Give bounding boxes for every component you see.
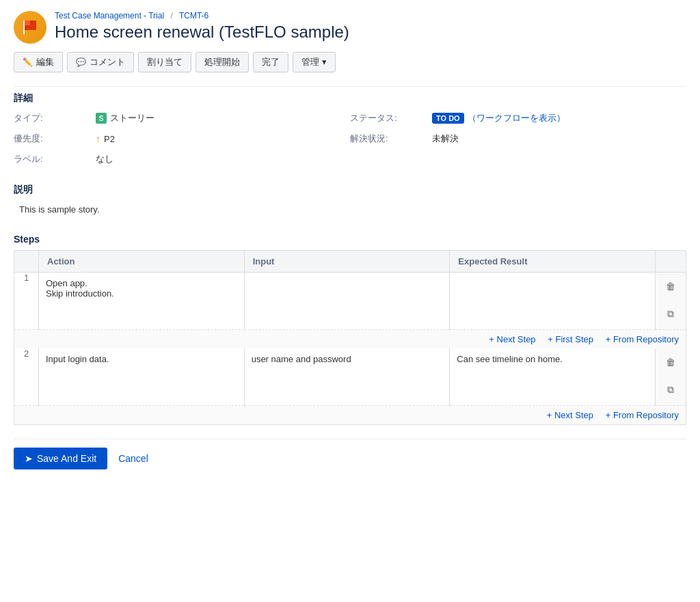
page-title: Home screen renewal (TestFLO sample) (55, 23, 686, 42)
step-1-from-repo-link[interactable]: From Repository (606, 334, 679, 344)
status-badge: TO DO (432, 113, 464, 124)
story-icon: S (96, 113, 107, 124)
breadcrumb-separator: / (170, 11, 172, 20)
comment-button[interactable]: コメント (67, 52, 134, 72)
type-value: S ストーリー (96, 110, 350, 126)
step-1-action-input[interactable]: Open app. Skip introduction. (39, 273, 244, 327)
step-2-next-step-link[interactable]: Next Step (547, 410, 593, 420)
step-2-num: 2 (14, 348, 39, 406)
steps-table-header: Action Input Expected Result (14, 251, 686, 273)
steps-table-body: 1 Open app. Skip introduction. 🗑 ⧉ (14, 273, 686, 425)
steps-table: Action Input Expected Result 1 Open app.… (14, 250, 686, 425)
resolution-value: 未解決 (432, 131, 686, 147)
step-1-next-step-link[interactable]: Next Step (489, 334, 535, 344)
type-label: タイプ: (14, 110, 96, 126)
breadcrumb-issue-key[interactable]: TCMT-6 (179, 11, 208, 20)
header-text: Test Case Management - Trial / TCMT-6 Ho… (55, 11, 686, 42)
cancel-button[interactable]: Cancel (116, 448, 151, 469)
save-button-label: Save And Exit (37, 453, 96, 464)
page-container: Test Case Management - Trial / TCMT-6 Ho… (0, 0, 700, 602)
step-2-action-cell: Input login data. (39, 348, 245, 406)
step-2-action-bar: Next Step From Repository (14, 406, 686, 425)
start-button[interactable]: 処理開始 (196, 52, 249, 72)
header-area: Test Case Management - Trial / TCMT-6 Ho… (14, 11, 686, 44)
details-section-title: 詳細 (14, 92, 686, 105)
step-1-first-step-link[interactable]: First Step (548, 334, 593, 344)
description-section-title: 説明 (14, 184, 686, 196)
step-1-copy-button[interactable]: ⧉ (656, 300, 686, 327)
breadcrumb: Test Case Management - Trial / TCMT-6 (55, 11, 686, 20)
step-2-delete-button[interactable]: 🗑 (656, 348, 686, 376)
col-num (14, 251, 39, 273)
step-2-action-bar-cell: Next Step From Repository (14, 406, 686, 425)
done-button[interactable]: 完了 (253, 52, 288, 72)
save-and-exit-button[interactable]: ➤ Save And Exit (14, 448, 107, 469)
step-1-num: 1 (14, 273, 39, 330)
step-2-copy-button[interactable]: ⧉ (656, 376, 686, 403)
step-2-actions: 🗑 ⧉ (656, 348, 686, 406)
svg-rect-1 (24, 20, 30, 25)
label-value: なし (96, 151, 350, 167)
status-value: TO DO （ワークフローを表示） (432, 110, 686, 126)
type-value-text: ストーリー (110, 112, 154, 124)
workflow-link[interactable]: （ワークフローを表示） (468, 112, 565, 124)
priority-icon: ↑ (96, 133, 100, 144)
status-label: ステータス: (350, 110, 432, 126)
steps-section-title: Steps (14, 234, 686, 245)
priority-value-text: P2 (104, 134, 115, 144)
description-section: 説明 This is sample story. (14, 184, 686, 217)
step-2-expected-input[interactable]: Can see timeline on home. (450, 348, 655, 403)
step-1-expected-input[interactable] (450, 273, 655, 327)
step-1-input-input[interactable] (245, 273, 450, 327)
step-1-expected-cell (450, 273, 656, 330)
step-2-input-input[interactable]: user name and password (245, 348, 450, 403)
table-row: 2 Input login data. user name and passwo… (14, 348, 686, 406)
col-actions (656, 251, 686, 273)
step-1-delete-button[interactable]: 🗑 (656, 273, 686, 300)
details-section: 詳細 タイプ: S ストーリー ステータス: TO DO （ワークフローを表示）… (14, 92, 686, 167)
assign-button[interactable]: 割り当て (138, 52, 191, 72)
label-label: ラベル: (14, 151, 96, 167)
step-2-from-repo-link[interactable]: From Repository (606, 410, 679, 420)
step-2-action-input[interactable]: Input login data. (39, 348, 244, 403)
save-arrow-icon: ➤ (25, 453, 33, 464)
details-grid: タイプ: S ストーリー ステータス: TO DO （ワークフローを表示） 優先… (14, 110, 686, 167)
footer-bar: ➤ Save And Exit Cancel (14, 439, 686, 478)
breadcrumb-project-link[interactable]: Test Case Management - Trial (55, 11, 164, 20)
project-logo (14, 11, 46, 44)
priority-value: ↑ P2 (96, 131, 350, 147)
step-2-input-cell: user name and password (244, 348, 450, 406)
col-expected: Expected Result (450, 251, 656, 273)
col-action: Action (39, 251, 245, 273)
edit-button[interactable]: 編集 (14, 52, 63, 72)
steps-section: Steps Action Input Expected Result 1 Ope… (14, 234, 686, 425)
divider-top (14, 86, 686, 87)
priority-label: 優先度: (14, 131, 96, 147)
step-1-action-bar: Next Step First Step From Repository (14, 330, 686, 349)
description-text: This is sample story. (14, 202, 686, 217)
col-input: Input (244, 251, 450, 273)
step-1-actions: 🗑 ⧉ (656, 273, 686, 330)
table-row: 1 Open app. Skip introduction. 🗑 ⧉ (14, 273, 686, 330)
resolution-label: 解決状況: (350, 131, 432, 147)
step-1-action-bar-cell: Next Step First Step From Repository (14, 330, 686, 349)
toolbar: 編集 コメント 割り当て 処理開始 完了 管理 ▾ (14, 52, 686, 72)
manage-button[interactable]: 管理 ▾ (293, 52, 336, 72)
step-2-expected-cell: Can see timeline on home. (450, 348, 656, 406)
step-1-action-cell: Open app. Skip introduction. (39, 273, 245, 330)
step-1-input-cell (244, 273, 450, 330)
